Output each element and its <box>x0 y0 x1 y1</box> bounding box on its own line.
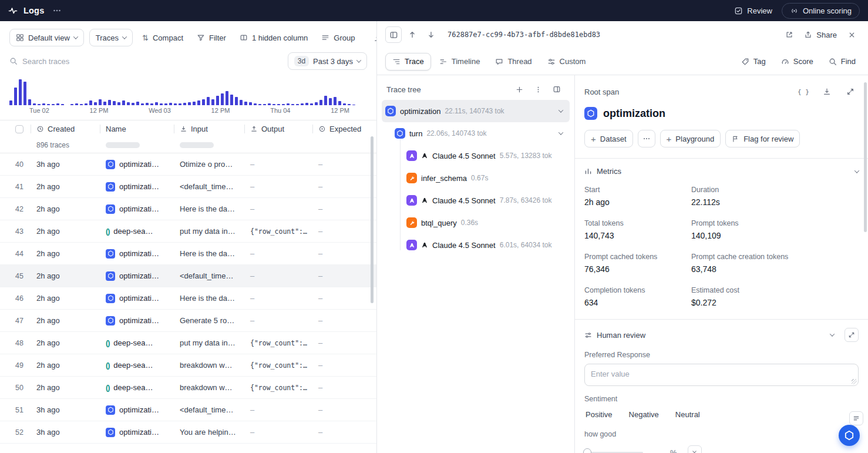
histogram-bar <box>324 96 327 105</box>
chevron-down-icon[interactable] <box>854 168 859 173</box>
histogram-bars <box>9 75 367 105</box>
time-range-selector[interactable]: 3d Past 3 days <box>288 52 367 70</box>
export-button[interactable] <box>369 29 377 46</box>
row-number: 44 <box>0 250 31 258</box>
metric-label: Total tokens <box>584 219 691 227</box>
find-button[interactable]: Find <box>825 53 860 71</box>
table-row[interactable]: 47 2h ago optimizati… Generate 5 ro… – – <box>0 310 376 332</box>
toggle-comments-button[interactable] <box>849 411 863 425</box>
table-row[interactable]: 50 2h ago () deep-sea… breakdown w… {"ro… <box>0 377 376 399</box>
share-button[interactable]: Share <box>800 26 841 43</box>
slider-thumb[interactable] <box>583 448 591 453</box>
column-header-output[interactable]: Output <box>244 120 312 137</box>
expand-review-button[interactable] <box>845 328 859 342</box>
compact-toggle[interactable]: ⇅ Compact <box>138 29 187 46</box>
flag-for-review-button[interactable]: Flag for review <box>725 130 800 147</box>
metrics-section: Metrics Start 2h ago Duration <box>575 158 868 319</box>
expand-all-button[interactable] <box>511 81 527 98</box>
table-row[interactable]: 45 2h ago optimizati… <default_time… – – <box>0 265 376 287</box>
review-button[interactable]: Review <box>734 6 772 15</box>
group-button[interactable]: Group <box>317 29 359 46</box>
cell-output: – <box>244 182 312 191</box>
preferred-response-input[interactable] <box>584 364 859 386</box>
chevron-down-icon[interactable] <box>830 331 835 336</box>
select-all-checkbox[interactable] <box>15 125 23 133</box>
sentiment-option[interactable]: Neutral <box>674 408 701 421</box>
row-number: 42 <box>0 205 31 213</box>
table-row[interactable]: 48 2h ago () deep-sea… put my data in… {… <box>0 332 376 354</box>
sentiment-option[interactable]: Positive <box>584 408 614 421</box>
trace-tree-item[interactable]: Claude 4.5 Sonnet 7.87s, 63426 tok <box>382 189 570 212</box>
tree-more-button[interactable] <box>530 81 546 98</box>
chevron-down-icon[interactable] <box>559 132 565 135</box>
cell-input: You are helpin… <box>174 428 244 437</box>
column-header-created[interactable]: Created <box>31 120 100 137</box>
traces-selector[interactable]: Traces <box>89 29 133 46</box>
view-selector[interactable]: Default view <box>9 29 84 46</box>
scrollbar[interactable] <box>371 136 374 303</box>
online-scoring-button[interactable]: Online scoring <box>782 3 860 19</box>
assistant-fab[interactable] <box>839 425 860 446</box>
chevron-down-icon[interactable] <box>559 109 565 113</box>
search-input[interactable] <box>22 57 283 66</box>
trace-tree-item[interactable]: Claude 4.5 Sonnet 5.57s, 13283 tok <box>382 145 570 167</box>
toggle-tree-panel-button[interactable] <box>549 81 565 98</box>
table-row[interactable]: 44 2h ago optimizati… Here is the da… – … <box>0 243 376 265</box>
filter-button[interactable]: Filter <box>193 29 230 46</box>
trace-tree-item[interactable]: Claude 4.5 Sonnet 6.01s, 64034 tok <box>382 234 570 256</box>
histogram-bar <box>38 104 41 105</box>
table-row[interactable]: 51 3h ago optimizati… <default_time… – – <box>0 399 376 421</box>
table-row[interactable]: 52 3h ago optimizati… You are helpin… – … <box>0 421 376 444</box>
trace-tree-item[interactable]: optimization 22.11s, 140743 tok <box>382 100 570 122</box>
collapse-panel-button[interactable] <box>385 26 402 43</box>
gauge-icon <box>781 58 789 66</box>
table-row[interactable]: 49 2h ago () deep-sea… breakdown w… {"ro… <box>0 354 376 377</box>
view-json-button[interactable]: { } <box>795 83 812 100</box>
histogram-bar <box>287 103 290 105</box>
histogram-bar <box>240 100 243 105</box>
tab-custom[interactable]: Custom <box>540 53 593 71</box>
add-to-playground-button[interactable]: + Playground <box>660 130 721 147</box>
prev-trace-button[interactable] <box>404 26 420 43</box>
table-row[interactable]: 42 2h ago optimizati… Here is the da… – … <box>0 198 376 220</box>
cell-created: 2h ago <box>31 182 100 191</box>
cell-name: optimizati… <box>100 249 174 259</box>
close-button[interactable] <box>843 26 860 43</box>
scrollbar[interactable] <box>864 82 867 232</box>
expand-span-button[interactable] <box>842 83 859 100</box>
tag-button[interactable]: Tag <box>737 53 770 71</box>
table-row[interactable]: 43 2h ago () deep-sea… put my data in… {… <box>0 220 376 243</box>
trace-tree-item[interactable]: btql_query 0.36s <box>382 212 570 234</box>
cell-name: () deep-sea… <box>100 383 174 392</box>
trace-tree-item[interactable]: infer_schema 0.67s <box>382 167 570 189</box>
next-trace-button[interactable] <box>423 26 439 43</box>
review-icon <box>734 6 743 15</box>
row-number: 51 <box>0 406 31 414</box>
open-external-button[interactable] <box>781 26 798 43</box>
table-row[interactable]: 40 3h ago optimizati… Otimize o pro… – – <box>0 153 376 176</box>
column-header-name[interactable]: Name <box>100 120 174 137</box>
add-to-dataset-button[interactable]: + Dataset <box>584 130 633 147</box>
table-row[interactable]: 46 2h ago optimizati… Here is the da… – … <box>0 287 376 310</box>
span-more-button[interactable] <box>638 130 655 147</box>
score-button[interactable]: Score <box>777 53 817 71</box>
column-header-input[interactable]: Input <box>174 120 244 137</box>
topbar-more-button[interactable] <box>50 4 64 18</box>
trace-histogram[interactable]: Tue 0212 PMWed 0312 PMThu 0412 PM <box>9 75 367 114</box>
tab-timeline[interactable]: Timeline <box>432 53 487 71</box>
cell-created: 3h ago <box>31 405 100 414</box>
column-header-expected[interactable]: Expected <box>312 120 376 137</box>
table-row[interactable]: 41 2h ago optimizati… <default_time… – – <box>0 176 376 198</box>
download-span-button[interactable] <box>819 83 835 100</box>
metric-label: Prompt cache creation tokens <box>691 253 859 261</box>
sentiment-option[interactable]: Negative <box>628 408 660 421</box>
row-number: 47 <box>0 317 31 325</box>
metric-value: 63,748 <box>691 264 859 274</box>
hidden-columns-button[interactable]: 1 hidden column <box>235 29 312 46</box>
tab-thread[interactable]: Thread <box>488 53 539 71</box>
tab-trace[interactable]: Trace <box>385 53 431 71</box>
page-title: Logs <box>23 6 44 15</box>
histogram-bar <box>179 103 181 105</box>
clear-score-button[interactable] <box>688 445 702 453</box>
trace-tree-item[interactable]: turn 22.06s, 140743 tok <box>382 122 570 145</box>
